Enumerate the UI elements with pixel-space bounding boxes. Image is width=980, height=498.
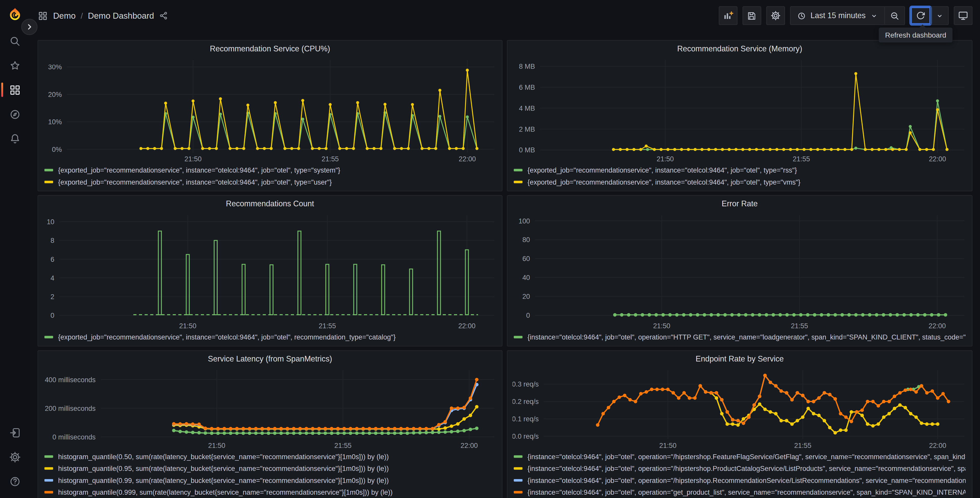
legend-swatch <box>514 491 522 493</box>
breadcrumb-dashboard-title[interactable]: Demo Dashboard <box>88 11 154 21</box>
legend-item[interactable]: histogram_quantile(0.999, sum(rate(laten… <box>45 486 496 498</box>
legend-item[interactable]: {instance="otelcol:9464", job="otel", op… <box>514 450 966 462</box>
panel-title[interactable]: Recommendation Service (CPU%) <box>38 41 502 57</box>
legend-item[interactable]: {exported_job="recommendationservice", i… <box>45 176 496 187</box>
refresh-tooltip: Refresh dashboard <box>879 28 952 43</box>
legend-item[interactable]: {instance="otelcol:9464", job="otel", op… <box>514 331 966 343</box>
legend-label: histogram_quantile(0.999, sum(rate(laten… <box>58 488 393 495</box>
legend-swatch <box>514 455 522 458</box>
sidebar-item-alerting[interactable] <box>0 126 29 150</box>
sidebar-item-help[interactable] <box>0 469 29 493</box>
share-icon[interactable] <box>159 11 169 21</box>
svg-text:21:50: 21:50 <box>653 322 670 330</box>
svg-text:40: 40 <box>522 274 530 281</box>
legend-swatch <box>514 479 522 481</box>
svg-text:100: 100 <box>519 217 530 225</box>
sidebar-item-starred[interactable] <box>0 53 29 77</box>
svg-text:21:55: 21:55 <box>794 442 811 449</box>
svg-text:8 MB: 8 MB <box>519 63 535 70</box>
svg-text:20%: 20% <box>48 91 62 99</box>
panel-title[interactable]: Recommendations Count <box>38 196 502 212</box>
toolbar-actions: Last 15 minutes <box>719 6 973 25</box>
legend-swatch <box>514 336 522 338</box>
zoom-out-time-button[interactable] <box>885 7 904 24</box>
legend-swatch <box>45 455 53 458</box>
chart-svg: 0%10%20%30%21:5021:5522:00 <box>43 57 497 164</box>
breadcrumb-folder[interactable]: Demo <box>53 11 76 21</box>
sidebar-item-dashboards[interactable] <box>0 77 29 102</box>
svg-text:21:50: 21:50 <box>179 322 196 330</box>
sidebar-item-server-admin[interactable] <box>0 445 29 469</box>
grafana-app: Demo / Demo Dashboard Last 15 minutes <box>0 0 980 498</box>
grafana-logo[interactable] <box>7 7 23 23</box>
sidebar-item-explore[interactable] <box>0 102 29 126</box>
legend-item[interactable]: {instance="otelcol:9464", job="otel", op… <box>514 474 966 486</box>
svg-text:21:50: 21:50 <box>659 442 676 449</box>
svg-text:22:00: 22:00 <box>929 442 946 449</box>
svg-text:21:50: 21:50 <box>657 155 674 163</box>
svg-text:10: 10 <box>47 218 54 226</box>
svg-text:0.0 req/s: 0.0 req/s <box>512 433 539 440</box>
sidebar-bottom-group <box>0 420 29 493</box>
chart-svg: 0 milliseconds200 milliseconds400 millis… <box>43 367 497 450</box>
time-range-label: Last 15 minutes <box>810 11 865 20</box>
panel-title[interactable]: Endpoint Rate by Service <box>508 351 972 367</box>
legend: histogram_quantile(0.50, sum(rate(latenc… <box>38 450 502 498</box>
svg-text:0 MB: 0 MB <box>519 146 535 154</box>
svg-text:22:00: 22:00 <box>461 442 478 449</box>
expand-sidebar-button[interactable] <box>21 19 38 35</box>
legend: {instance="otelcol:9464", job="otel", op… <box>508 450 972 498</box>
svg-text:21:55: 21:55 <box>319 322 336 330</box>
svg-text:21:50: 21:50 <box>208 442 225 449</box>
refresh-interval-dropdown[interactable] <box>931 7 948 24</box>
svg-text:8: 8 <box>51 237 54 244</box>
legend-item[interactable]: histogram_quantile(0.50, sum(rate(latenc… <box>45 450 496 462</box>
panel-title[interactable]: Recommendation Service (Memory) <box>508 41 972 57</box>
time-range-picker[interactable]: Last 15 minutes <box>791 7 885 24</box>
legend-label: {instance="otelcol:9464", job="otel", op… <box>528 333 966 340</box>
legend-item[interactable]: {instance="otelcol:9464", job="otel", op… <box>514 462 966 474</box>
panel-title[interactable]: Error Rate <box>508 196 972 212</box>
legend: {exported_job="recommendationservice", i… <box>508 164 972 191</box>
chart: 0 milliseconds200 milliseconds400 millis… <box>43 367 497 450</box>
legend-item[interactable]: histogram_quantile(0.99, sum(rate(latenc… <box>45 474 496 486</box>
top-navbar: Demo / Demo Dashboard Last 15 minutes <box>29 0 980 31</box>
legend-item[interactable]: {exported_job="recommendationservice", i… <box>514 164 966 176</box>
legend-label: {instance="otelcol:9464", job="otel", op… <box>528 476 966 484</box>
svg-text:22:00: 22:00 <box>929 322 946 330</box>
legend-item[interactable]: histogram_quantile(0.95, sum(rate(latenc… <box>45 462 496 474</box>
svg-text:60: 60 <box>522 255 530 263</box>
legend-label: {exported_job="recommendationservice", i… <box>58 333 396 340</box>
add-panel-button[interactable] <box>719 6 737 25</box>
svg-text:22:00: 22:00 <box>459 155 476 163</box>
legend-label: {instance="otelcol:9464", job="otel", op… <box>528 452 966 460</box>
panel-title[interactable]: Service Latency (from SpanMetrics) <box>38 351 502 367</box>
panel-recommendation-cpu: Recommendation Service (CPU%) 0%10%20%30… <box>38 40 503 192</box>
legend-item[interactable]: {exported_job="recommendationservice", i… <box>45 164 496 176</box>
panel-recommendation-memory: Recommendation Service (Memory) 0 MB2 MB… <box>507 40 973 192</box>
save-dashboard-button[interactable] <box>742 6 761 25</box>
legend-swatch <box>45 467 53 469</box>
svg-text:400 milliseconds: 400 milliseconds <box>45 376 95 384</box>
chevron-down-icon <box>935 11 944 20</box>
time-picker-group: Last 15 minutes <box>790 6 905 25</box>
legend-item[interactable]: {exported_job="recommendationservice", i… <box>45 331 496 343</box>
legend-item[interactable]: {instance="otelcol:9464", job="otel", op… <box>514 486 966 498</box>
legend-label: histogram_quantile(0.99, sum(rate(latenc… <box>58 476 389 484</box>
sidebar-item-sign-in[interactable] <box>0 420 29 445</box>
legend-item[interactable]: {exported_job="recommendationservice", i… <box>514 176 966 187</box>
svg-text:80: 80 <box>522 236 530 244</box>
legend: {instance="otelcol:9464", job="otel", op… <box>508 331 972 346</box>
legend-swatch <box>514 467 522 469</box>
breadcrumb: Demo / Demo Dashboard <box>38 0 169 31</box>
svg-text:22:00: 22:00 <box>458 322 476 330</box>
chart-svg: 02040608010021:5021:5522:00 <box>512 212 967 331</box>
dashboard-settings-button[interactable] <box>766 6 785 25</box>
kiosk-mode-button[interactable] <box>954 6 972 25</box>
svg-text:0: 0 <box>51 312 54 319</box>
legend-swatch <box>514 168 522 171</box>
refresh-dashboard-button[interactable] <box>910 7 931 24</box>
legend-label: {instance="otelcol:9464", job="otel", op… <box>528 464 966 472</box>
legend-label: histogram_quantile(0.50, sum(rate(latenc… <box>58 452 389 460</box>
svg-text:0: 0 <box>526 312 530 319</box>
